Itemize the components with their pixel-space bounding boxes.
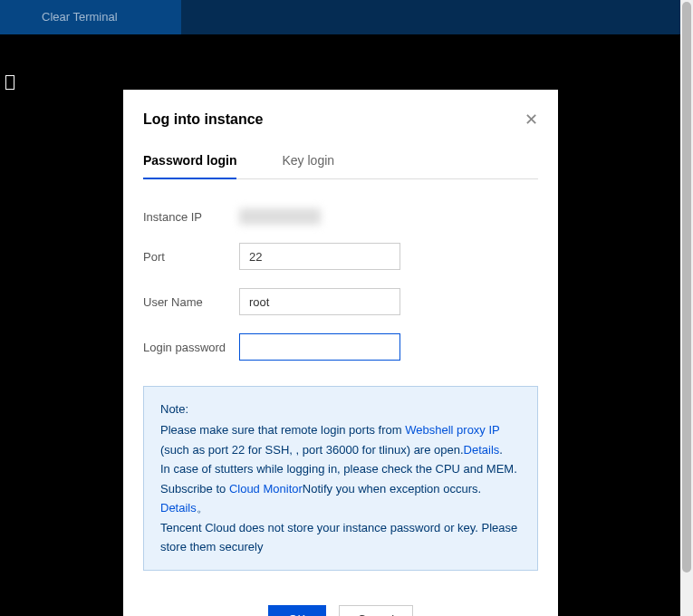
- details-link-2[interactable]: Details: [160, 501, 197, 515]
- password-label: Login password: [143, 341, 239, 354]
- close-icon[interactable]: ✕: [525, 110, 538, 130]
- username-row: User Name: [143, 288, 538, 315]
- terminal-cursor: [5, 75, 14, 90]
- tab-password-login[interactable]: Password login: [143, 153, 236, 179]
- port-row: Port: [143, 243, 538, 270]
- port-label: Port: [143, 250, 239, 264]
- header-bar: Clear Terminal: [0, 0, 680, 34]
- tab-key-login[interactable]: Key login: [282, 153, 334, 178]
- username-label: User Name: [143, 295, 239, 309]
- details-link-1[interactable]: Details: [464, 443, 500, 457]
- note-title: Note:: [160, 399, 521, 419]
- note-box: Note: Please make sure that remote login…: [143, 386, 538, 571]
- instance-ip-row: Instance IP: [143, 208, 538, 225]
- clear-terminal-button[interactable]: Clear Terminal: [0, 0, 181, 34]
- port-input[interactable]: [239, 243, 400, 270]
- cancel-button[interactable]: Cancel: [339, 605, 413, 617]
- scrollbar-track[interactable]: [680, 0, 693, 616]
- scrollbar-thumb[interactable]: [682, 2, 691, 573]
- note-text-1end: .: [499, 443, 503, 457]
- password-row: Login password: [143, 333, 538, 361]
- modal-footer: OK Cancel: [123, 571, 558, 617]
- login-form: Instance IP Port User Name Login passwor…: [123, 179, 558, 361]
- tabs: Password login Key login: [143, 153, 538, 179]
- instance-ip-value: [239, 208, 321, 225]
- note-text-1a: Please make sure that remote login ports…: [160, 423, 405, 437]
- instance-ip-label: Instance IP: [143, 210, 239, 224]
- modal-header: Log into instance ✕: [123, 90, 558, 130]
- note-text-1b: (such as port 22 for SSH, , port 36000 f…: [160, 443, 464, 457]
- webshell-proxy-link[interactable]: Webshell proxy IP: [405, 423, 499, 437]
- note-text-2end: 。: [197, 501, 208, 515]
- cloud-monitor-link[interactable]: Cloud Monitor: [229, 482, 303, 496]
- ok-button[interactable]: OK: [268, 605, 326, 617]
- username-input[interactable]: [239, 288, 400, 315]
- note-text-3: Tencent Cloud does not store your instan…: [160, 521, 517, 553]
- password-input[interactable]: [239, 333, 400, 361]
- note-text-2b: Notify you when exception occurs.: [303, 482, 481, 496]
- login-modal: Log into instance ✕ Password login Key l…: [123, 90, 558, 616]
- modal-title: Log into instance: [143, 111, 263, 128]
